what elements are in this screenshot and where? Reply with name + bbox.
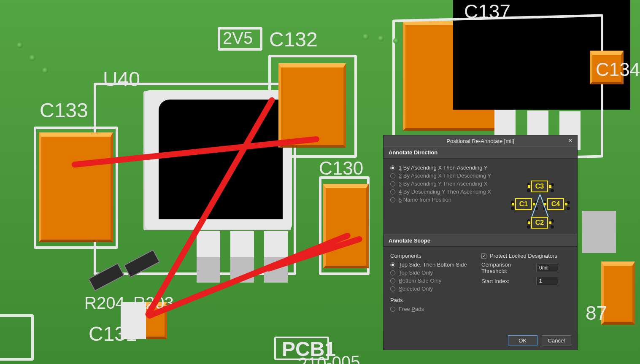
radio-label: 3 By Ascending Y Then Ascending X — [399, 181, 487, 187]
u40-leg-1-tip — [197, 257, 220, 283]
via-dot — [363, 34, 369, 40]
preview-c2: C2 — [531, 217, 548, 229]
free-pads-label: Free Pads — [399, 306, 424, 312]
radio-icon — [390, 173, 395, 178]
radio-icon — [390, 165, 395, 170]
preview-c4: C4 — [547, 198, 564, 210]
dialog-title: Positional Re-Annotate [mil] — [446, 138, 514, 144]
radio-label: Top Side, Then Bottom Side — [399, 262, 467, 268]
silk-label-c137: C137 — [464, 0, 510, 23]
silk-label-c133: C133 — [40, 99, 88, 122]
via-dot — [17, 42, 23, 48]
radio-icon — [390, 181, 395, 186]
pads-subhead: Pads — [390, 297, 570, 303]
silk-label-c130: C130 — [319, 158, 363, 179]
radio-direction-2[interactable]: 2 By Ascending X Then Descending Y — [390, 173, 570, 179]
checkbox-protect-locked[interactable]: Protect Locked Designators — [481, 253, 566, 259]
dialog-titlebar[interactable]: Positional Re-Annotate [mil] ✕ — [383, 135, 577, 146]
radio-label: Selected Only — [399, 286, 433, 292]
protect-locked-label: Protect Locked Designators — [490, 253, 557, 259]
ok-button[interactable]: OK — [508, 335, 537, 345]
radio-direction-1[interactable]: 1 By Ascending X Then Ascending Y — [390, 164, 570, 171]
radio-label: Bottom Side Only — [399, 278, 441, 284]
radio-icon — [390, 278, 395, 283]
radio-icon — [390, 197, 395, 202]
via-dot — [30, 55, 35, 61]
via-dot — [378, 35, 384, 41]
cap-c130-body — [323, 184, 369, 268]
close-icon[interactable]: ✕ — [565, 136, 575, 145]
reannotate-dialog: Positional Re-Annotate [mil] ✕ Annotate … — [383, 135, 578, 350]
radio-icon — [390, 270, 395, 275]
cap-c133-body — [39, 132, 113, 242]
start-index-label: Start Index: — [481, 278, 536, 284]
via-dot — [393, 38, 399, 44]
preview-c3: C3 — [531, 181, 548, 192]
section-annotate-direction: Annotate Direction — [383, 146, 577, 159]
radio-label: 1 By Ascending X Then Ascending Y — [399, 164, 488, 171]
silk-bl — [0, 314, 34, 361]
silk-label-87: 87 — [586, 302, 607, 324]
silk-label-u40: U40 — [103, 67, 140, 91]
threshold-label: Comparison Threshold: — [481, 262, 536, 274]
silk-label-c132: C132 — [269, 28, 318, 51]
radio-icon — [390, 189, 395, 194]
radio-icon — [390, 262, 395, 267]
radio-label: 2 By Ascending X Then Descending Y — [399, 173, 491, 179]
pcb1-box — [274, 337, 329, 360]
radio-icon — [390, 286, 395, 291]
threshold-input[interactable] — [536, 264, 558, 272]
part-br — [582, 211, 616, 253]
silk-label-2v5: 2V5 — [223, 29, 253, 48]
via-dot — [42, 67, 48, 73]
direction-preview: C1 C2 C3 C4 — [511, 181, 570, 245]
cap-c132-body — [278, 63, 346, 148]
radio-label: 4 By Descending Y Then Ascending X — [399, 189, 491, 195]
checkbox-icon — [481, 253, 486, 259]
silk-label-c131: C131 — [89, 322, 137, 345]
pcb-3d-view[interactable]: C133 U40 C132 2V5 C130 C131 R204 R203 C1… — [0, 0, 640, 364]
cancel-button[interactable]: Cancel — [542, 335, 571, 345]
silk-label-c134: C134 — [596, 59, 640, 80]
preview-c1: C1 — [515, 198, 532, 210]
silk-label-r204: R204 — [84, 294, 125, 313]
radio-label: 5 Name from Position — [399, 197, 451, 203]
radio-free-pads[interactable]: Free Pads — [390, 306, 570, 312]
radio-label: Top Side Only — [399, 270, 433, 276]
start-index-input[interactable] — [536, 277, 558, 285]
